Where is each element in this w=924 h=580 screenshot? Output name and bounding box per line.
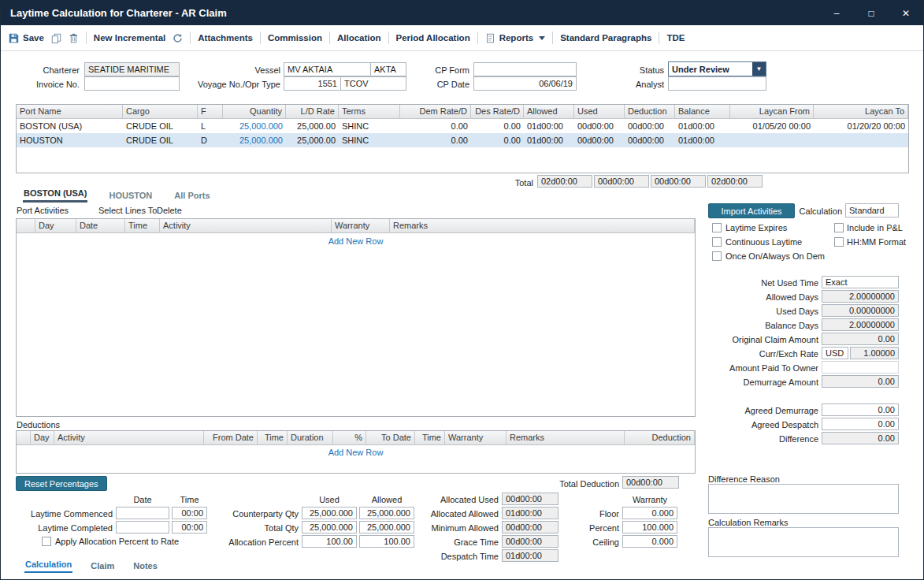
tab-calculation[interactable]: Calculation (24, 558, 72, 573)
delete-button[interactable] (69, 33, 79, 43)
invoice-no-field[interactable] (84, 76, 180, 91)
allocation-percent-used-field[interactable]: 100.00 (302, 535, 357, 548)
tab-boston[interactable]: BOSTON (USA) (23, 187, 87, 203)
column-header: Activity (54, 431, 204, 445)
agreed-despatch-field[interactable]: 0.00 (822, 418, 899, 430)
once-on-dem-checkbox[interactable] (712, 251, 722, 261)
toolbar-separator (477, 32, 478, 44)
select-lines-to-control[interactable]: Select Lines To (98, 206, 157, 215)
tab-notes[interactable]: Notes (132, 560, 158, 573)
laytime-completed-time-field[interactable]: 00:00 (172, 521, 207, 534)
allocation-button[interactable]: Allocation (337, 33, 381, 43)
cell-terms: SHINC (339, 133, 400, 147)
calculation-remarks-textarea[interactable] (708, 527, 899, 557)
cell-function: L (198, 119, 223, 133)
grace-time-field: 00d00:00 (502, 535, 558, 548)
currency-field[interactable]: USD (822, 347, 848, 359)
amount-paid-to-owner-field[interactable] (822, 361, 899, 374)
agreed-demurrage-field[interactable]: 0.00 (822, 403, 899, 416)
deductions-grid: Day Activity From Date Time Duration % T… (16, 430, 696, 474)
port-tabs: BOSTON (USA) HOUSTON All Ports (23, 187, 211, 203)
refresh-button[interactable] (173, 33, 183, 43)
period-allocation-button[interactable]: Period Allocation (396, 33, 470, 43)
analyst-field[interactable] (668, 76, 766, 91)
balance-days-label: Balance Days (694, 318, 818, 333)
calculation-label: Calculation (795, 204, 842, 218)
difference-reason-textarea[interactable] (708, 484, 899, 514)
vessel-name-field[interactable]: MV AKTAIA (284, 62, 371, 76)
cp-form-field[interactable] (473, 62, 577, 76)
tab-claim[interactable]: Claim (90, 560, 115, 573)
percent-field[interactable]: 100.000 (622, 521, 677, 534)
voyage-no-field[interactable]: 1551 (284, 76, 341, 91)
include-in-pl-label: Include in P&L (847, 221, 918, 235)
save-button[interactable]: Save (9, 33, 44, 43)
cell-deduction: 00d00:00 (625, 133, 675, 147)
ceiling-field[interactable]: 0.000 (622, 535, 677, 548)
tde-button[interactable]: TDE (666, 33, 685, 43)
column-header: Time (258, 431, 288, 445)
reset-percentages-button[interactable]: Reset Percentages (16, 476, 107, 491)
attachments-button[interactable]: Attachments (198, 33, 253, 43)
commission-label: Commission (268, 33, 322, 43)
reports-menu-button[interactable]: Reports (485, 33, 545, 43)
save-icon (9, 33, 19, 43)
agreed-despatch-label: Agreed Despatch (694, 418, 818, 432)
port-row-houston[interactable]: HOUSTON CRUDE OIL D 25,000.000 25,000.00… (17, 133, 908, 147)
allocation-percent-allowed-field[interactable]: 100.00 (359, 535, 414, 548)
close-button[interactable]: ✕ (889, 1, 923, 25)
floor-label: Floor (563, 507, 619, 521)
total-deduction-field: 00d00:00 (651, 175, 706, 188)
continuous-laytime-checkbox[interactable] (712, 237, 722, 247)
maximize-button[interactable]: □ (854, 1, 889, 25)
balance-days-field: 2.00000000 (822, 318, 899, 331)
charterer-field[interactable]: SEATIDE MARITIME (84, 62, 180, 76)
percent-label: Percent (563, 521, 619, 535)
tab-houston[interactable]: HOUSTON (108, 189, 153, 203)
voyage-label: Voyage No./Opr Type (190, 77, 280, 91)
total-balance-field: 02d00:00 (707, 175, 763, 188)
cell-quantity-link[interactable]: 25,000.000 (223, 133, 286, 147)
vessel-code-field[interactable]: AKTA (370, 62, 406, 76)
total-deduction-field: 00d00:00 (622, 476, 679, 489)
laytime-expires-checkbox[interactable] (712, 223, 722, 232)
add-new-row-link[interactable]: Add New Row (17, 236, 695, 246)
laytime-completed-date-field[interactable] (116, 521, 169, 534)
new-incremental-button[interactable]: New Incremental (94, 33, 165, 43)
demurrage-amount-field: 0.00 (822, 375, 899, 388)
counterparty-qty-allowed-field[interactable]: 25,000.000 (359, 507, 414, 519)
minimize-button[interactable]: – (819, 1, 854, 25)
floor-field[interactable]: 0.000 (622, 507, 677, 519)
cell-quantity-link[interactable]: 25,000.000 (223, 119, 286, 133)
original-claim-amount-field: 0.00 (822, 333, 899, 345)
port-row-boston[interactable]: BOSTON (USA) CRUDE OIL L 25,000.000 25,0… (17, 119, 908, 133)
add-new-row-link[interactable]: Add New Row (17, 448, 695, 457)
cp-date-field[interactable]: 06/06/19 (473, 76, 577, 91)
apply-allocation-percent-checkbox[interactable] (42, 537, 51, 546)
counterparty-qty-used-field[interactable]: 25,000.000 (302, 507, 357, 519)
cell-laycan-from: 01/05/20 00:00 (730, 119, 814, 133)
column-header: Duration (288, 431, 333, 445)
hhmm-format-checkbox[interactable] (834, 237, 844, 247)
cell-balance: 01d00:00 (675, 133, 730, 147)
import-activities-button[interactable]: Import Activities (708, 203, 795, 218)
delete-lines-control[interactable]: Delete (157, 206, 182, 215)
tab-all-ports[interactable]: All Ports (173, 189, 210, 203)
status-dropdown[interactable]: Under Review ▼ (668, 61, 766, 76)
laytime-commenced-date-field[interactable] (116, 507, 169, 519)
include-in-pl-checkbox[interactable] (834, 223, 844, 232)
toolbar-separator (329, 32, 330, 44)
commission-button[interactable]: Commission (268, 33, 322, 43)
column-header: Time (415, 431, 445, 445)
net-used-time-field[interactable]: Exact (822, 276, 899, 288)
column-header: Day (31, 431, 54, 445)
standard-paragraphs-button[interactable]: Standard Paragraphs (560, 33, 651, 43)
opr-type-field[interactable]: TCOV (340, 76, 406, 91)
copy-button[interactable] (51, 33, 61, 43)
laytime-commenced-time-field[interactable]: 00:00 (172, 507, 207, 519)
refresh-icon (173, 33, 183, 43)
calculation-method-field[interactable]: Standard (845, 203, 899, 217)
status-value: Under Review (669, 62, 752, 76)
report-icon (485, 33, 495, 43)
column-header: Dem Rate/D (400, 105, 471, 119)
